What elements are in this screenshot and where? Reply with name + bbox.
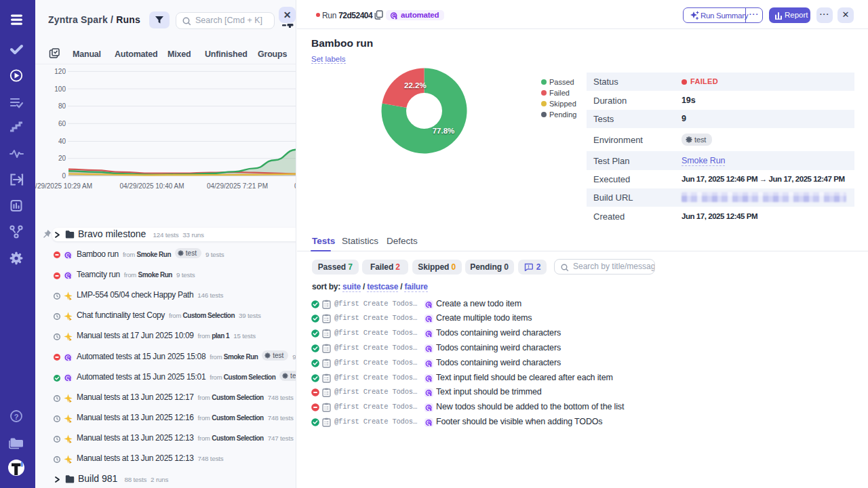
svg-text:04/29/2025 7:21 PM: 04/29/2025 7:21 PM xyxy=(207,182,268,190)
svg-text:80: 80 xyxy=(58,102,66,110)
svg-text:20: 20 xyxy=(58,155,66,162)
svg-text:04/2: 04/2 xyxy=(294,182,296,190)
svg-text:60: 60 xyxy=(58,120,66,127)
svg-text:40: 40 xyxy=(58,138,66,145)
svg-text:22.2%: 22.2% xyxy=(404,81,427,89)
svg-text:04/29/2025 10:40 AM: 04/29/2025 10:40 AM xyxy=(119,182,184,190)
svg-text:0: 0 xyxy=(62,172,66,180)
svg-text:120: 120 xyxy=(54,68,66,75)
svg-text:?: ? xyxy=(14,413,19,421)
svg-text:100: 100 xyxy=(54,85,66,93)
svg-text:04/29/2025 10:29 AM: 04/29/2025 10:29 AM xyxy=(35,182,92,190)
svg-text:77.8%: 77.8% xyxy=(433,127,455,135)
